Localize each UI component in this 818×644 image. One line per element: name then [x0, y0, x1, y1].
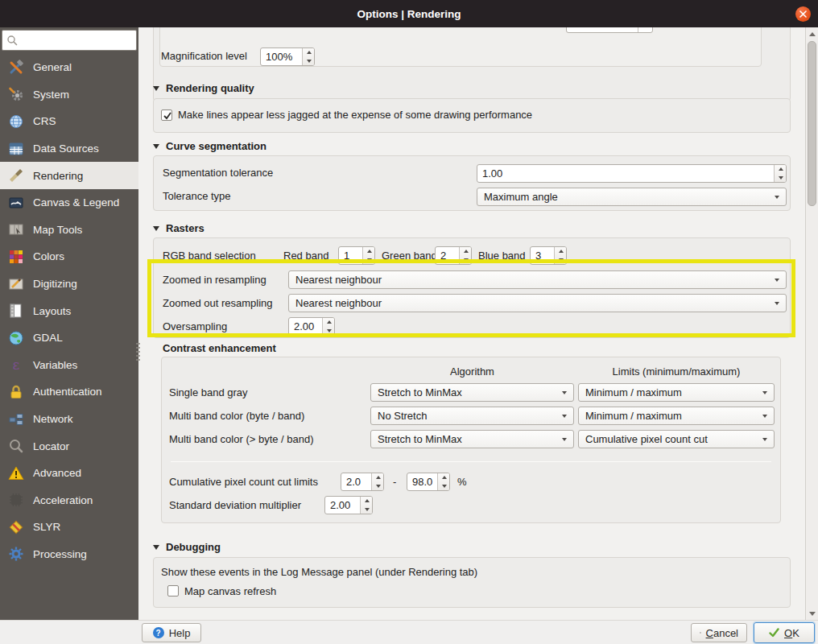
algorithm-select[interactable]: Stretch to MinMax [370, 430, 574, 448]
contrast-row: Multi band color (byte / band)No Stretch… [138, 407, 805, 425]
sidebar-item-general[interactable]: General [0, 54, 138, 81]
spin-down-icon [438, 482, 450, 491]
sidebar-item-rendering[interactable]: Rendering [0, 162, 138, 189]
chip-icon [7, 492, 25, 508]
sidebar-item-network[interactable]: Network [0, 406, 138, 433]
sidebar-item-authentication[interactable]: Authentication [0, 378, 138, 406]
sidebar-item-data-sources[interactable]: Data Sources [0, 135, 138, 163]
sidebar-item-map-tools[interactable]: Map Tools [0, 217, 138, 244]
sidebar-item-label: Authentication [33, 386, 102, 398]
settings-search-input[interactable] [2, 30, 137, 51]
splitter-handle[interactable] [136, 343, 140, 361]
ok-button[interactable]: OK [754, 622, 815, 643]
zoomed-out-resampling-label: Zoomed out resampling [163, 296, 273, 311]
contrast-row-label: Single band gray [169, 386, 248, 400]
close-button[interactable] [795, 6, 811, 22]
spin-up-icon [323, 318, 335, 327]
zoomed-in-resampling-label: Zoomed in resampling [163, 273, 266, 287]
red-band-spinbox[interactable]: 1 [338, 246, 375, 265]
sidebar-item-label: CRS [33, 115, 56, 127]
spin-buttons[interactable] [437, 473, 449, 490]
cumulative-min-spinbox[interactable]: 2.0 [341, 473, 384, 491]
sidebar-item-label: Map Tools [33, 224, 82, 236]
spin-down-icon [460, 256, 472, 265]
spin-buttons[interactable] [371, 473, 383, 490]
spin-buttons[interactable] [302, 48, 314, 65]
sidebar-list: GeneralSystemCRSData SourcesRenderingCan… [0, 54, 138, 568]
clipped-widget [566, 27, 653, 33]
scroll-down-icon[interactable] [806, 608, 818, 619]
sidebar-item-label: Layouts [33, 305, 71, 317]
sidebar-item-advanced[interactable]: Advanced [0, 460, 138, 487]
spin-buttons[interactable] [459, 247, 471, 264]
sidebar-item-canvas-legend[interactable]: Canvas & Legend [0, 189, 138, 217]
sidebar-item-processing[interactable]: Processing [0, 541, 138, 568]
blue-band-spinbox[interactable]: 3 [530, 246, 567, 265]
algorithm-select[interactable]: No Stretch [370, 407, 574, 425]
tolerance-type-select[interactable]: Maximum angle [477, 188, 787, 206]
magnifier-icon [7, 438, 25, 454]
sidebar-item-label: Variables [33, 359, 77, 371]
spin-down-icon [372, 482, 384, 491]
chevron-down-icon [762, 438, 767, 441]
sidebar-item-locator[interactable]: Locator [0, 432, 138, 460]
sidebar-item-colors[interactable]: Colors [0, 243, 138, 270]
help-button[interactable]: ? Help [142, 623, 201, 642]
rasters-header[interactable]: Rasters [153, 222, 204, 234]
sidebar-item-gdal[interactable]: GDAL [0, 324, 138, 352]
spin-buttons[interactable] [322, 318, 334, 335]
sidebar-item-acceleration[interactable]: Acceleration [0, 487, 138, 514]
cancel-x-icon [700, 629, 701, 637]
data-table-icon [7, 141, 25, 157]
vertical-scrollbar[interactable] [805, 27, 818, 620]
zoomed-out-resampling-select[interactable]: Nearest neighbour [288, 294, 787, 312]
limits-select[interactable]: Minimum / maximum [578, 383, 775, 402]
segmentation-tolerance-spinbox[interactable]: 1.00 [477, 164, 787, 183]
limits-column-header: Limits (minimum/maximum) [578, 365, 775, 379]
spin-buttons[interactable] [360, 497, 372, 514]
chevron-down-icon [762, 391, 767, 394]
cancel-button[interactable]: Cancel [691, 623, 747, 642]
search-icon [6, 35, 18, 46]
sidebar-item-label: Acceleration [33, 494, 93, 506]
scroll-up-icon[interactable] [806, 28, 818, 39]
spin-down-icon [303, 57, 315, 66]
debugging-header[interactable]: Debugging [153, 541, 221, 553]
antialias-checkbox[interactable] [161, 109, 172, 121]
rendering-quality-header[interactable]: Rendering quality [153, 82, 254, 94]
sidebar-item-label: General [33, 61, 72, 73]
contrast-row-label: Multi band color (byte / band) [169, 409, 304, 423]
scrollbar-thumb[interactable] [808, 41, 816, 206]
sidebar-item-layouts[interactable]: Layouts [0, 297, 138, 324]
sidebar-item-slyr[interactable]: SLYR [0, 514, 138, 541]
footer-bar: ? Help Cancel OK [0, 620, 818, 644]
limits-select[interactable]: Minimum / maximum [578, 407, 775, 425]
spin-buttons[interactable] [362, 247, 374, 264]
sidebar-item-label: GDAL [33, 332, 63, 344]
processing-gear-icon [7, 546, 25, 562]
sidebar-search [2, 30, 137, 51]
oversampling-spinbox[interactable]: 2.00 [288, 317, 335, 336]
green-band-spinbox[interactable]: 2 [435, 246, 472, 265]
sidebar-item-variables[interactable]: εVariables [0, 352, 138, 379]
limits-select[interactable]: Cumulative pixel count cut [578, 430, 775, 448]
algorithm-select[interactable]: Stretch to MinMax [370, 383, 574, 402]
titlebar: Options | Rendering [0, 0, 818, 27]
spin-buttons[interactable] [774, 165, 786, 182]
sidebar-item-label: Canvas & Legend [33, 196, 119, 208]
cumulative-cut-limits-label: Cumulative pixel count cut limits [169, 475, 318, 489]
segmentation-tolerance-label: Segmentation tolerance [163, 166, 273, 180]
map-canvas-refresh-checkbox[interactable] [167, 585, 179, 597]
magnification-spinbox[interactable]: 100% [260, 47, 315, 66]
spin-up-icon [555, 247, 567, 256]
spin-buttons[interactable] [554, 247, 566, 264]
sidebar-item-system[interactable]: System [0, 81, 138, 109]
cumulative-max-spinbox[interactable]: 98.0 [407, 473, 450, 491]
stddev-multiplier-spinbox[interactable]: 2.00 [324, 496, 373, 514]
curve-segmentation-header[interactable]: Curve segmentation [153, 140, 266, 152]
zoomed-in-resampling-select[interactable]: Nearest neighbour [288, 270, 787, 289]
sidebar-item-digitizing[interactable]: Digitizing [0, 270, 138, 298]
earth-icon [7, 330, 25, 346]
sidebar-item-crs[interactable]: CRS [0, 108, 138, 135]
antialias-label: Make lines appear less jagged at the exp… [178, 108, 532, 122]
